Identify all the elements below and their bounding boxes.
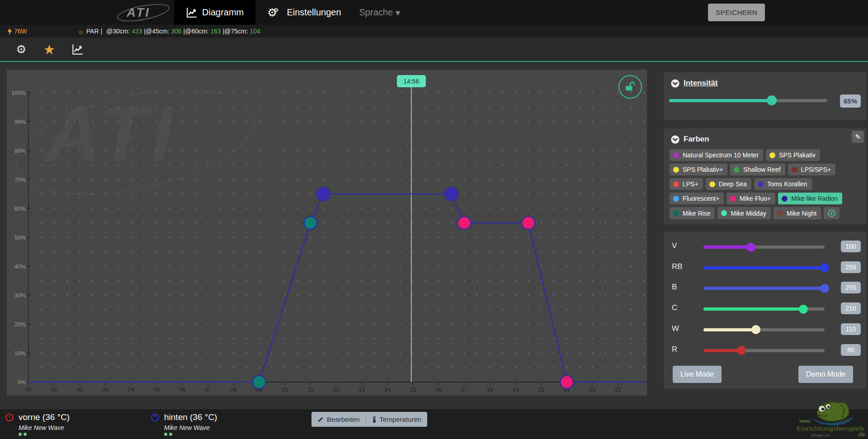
grid-dot xyxy=(489,107,491,108)
preset-mike-rise[interactable]: Mike Rise xyxy=(670,207,715,219)
grid-dot xyxy=(374,237,375,238)
chart-point[interactable] xyxy=(317,188,330,201)
grid-dot xyxy=(541,92,542,94)
chart-point[interactable] xyxy=(560,376,573,389)
grid-dot xyxy=(156,251,157,253)
channel-slider-thumb[interactable] xyxy=(751,325,760,334)
grid-dot xyxy=(489,121,491,123)
grid-dot xyxy=(579,251,580,253)
preset-label: Toms Korallen xyxy=(767,180,807,188)
grid-dot xyxy=(489,165,491,166)
tab-einstellungen[interactable]: ⚙⚙ Einstellungen xyxy=(255,0,353,25)
collapse-chevron-icon[interactable] xyxy=(671,135,679,144)
grid-dot xyxy=(194,367,196,368)
preset-sps-plakativ-[interactable]: SPS Plakativ+ xyxy=(670,164,727,175)
grid-dot xyxy=(118,208,119,209)
preset-natural-spectrum-10-meter[interactable]: Natural Spectrum 10 Meter xyxy=(670,149,763,161)
channel-slider-thumb[interactable] xyxy=(737,346,746,355)
grid-dot xyxy=(220,324,222,325)
grid-dot xyxy=(464,237,465,238)
preset-toms-korallen[interactable]: Toms Korallen xyxy=(754,178,812,190)
chart-point[interactable] xyxy=(445,188,458,201)
temperatures-button[interactable]: Temperaturen xyxy=(366,412,428,427)
save-button[interactable]: SPEICHERN xyxy=(708,4,765,21)
grid-dot xyxy=(374,222,375,224)
demo-mode-button[interactable]: Demo Mode xyxy=(798,366,853,383)
chart-point[interactable] xyxy=(304,217,317,230)
collapse-chevron-icon[interactable] xyxy=(671,79,679,88)
y-tick-label: 100% xyxy=(11,90,26,96)
grid-dot xyxy=(528,338,529,340)
grid-dot xyxy=(553,367,555,368)
grid-dot xyxy=(400,237,401,238)
preset-mike-midday[interactable]: Mike Midday xyxy=(717,207,771,219)
power-icon[interactable] xyxy=(5,412,14,422)
preset-deep-sea[interactable]: Deep Sea xyxy=(706,178,751,190)
preset-sps-plakativ[interactable]: SPS Plakativ xyxy=(766,149,820,161)
grid-dot xyxy=(541,237,542,238)
edit-presets-button[interactable]: ✎ xyxy=(852,131,864,143)
settings-gear-icon[interactable]: ⚙ xyxy=(14,42,28,56)
preset-mike-fluo-[interactable]: Mike Fluo+ xyxy=(726,193,775,204)
schedule-chart-panel[interactable]: ATI 0%10%20%30%40%50%60%70%80%90%100%000… xyxy=(7,70,647,396)
language-dropdown[interactable]: Sprache ▾ xyxy=(353,0,407,25)
grid-dot xyxy=(233,208,234,209)
channel-slider-b[interactable] xyxy=(703,283,825,293)
channel-slider-rb[interactable] xyxy=(703,262,825,273)
grid-dot xyxy=(643,280,644,282)
grid-dot xyxy=(348,266,349,267)
par-value: 104 xyxy=(250,28,260,35)
edit-button[interactable]: Bearbeiten xyxy=(311,412,366,427)
add-preset-button[interactable] xyxy=(824,207,840,219)
tab-diagramm[interactable]: Diagramm xyxy=(174,0,255,25)
grid-dot xyxy=(618,179,619,180)
chart-point[interactable] xyxy=(458,217,471,230)
channel-slider-thumb[interactable] xyxy=(820,263,829,272)
favorite-star-icon[interactable]: ★ xyxy=(42,42,56,56)
grid-dot xyxy=(387,237,388,238)
grid-dot xyxy=(618,237,619,238)
preset-mike-night[interactable]: Mike Night xyxy=(774,207,821,219)
grid-dot xyxy=(400,121,401,123)
schedule-chart[interactable]: 0%10%20%30%40%50%60%70%80%90%100%0001020… xyxy=(7,70,647,396)
x-tick-label: 06 xyxy=(179,386,185,393)
grid-dot xyxy=(79,179,80,180)
grid-dot xyxy=(502,136,504,137)
preset-fluorescent-[interactable]: Fluorescent+ xyxy=(670,193,724,204)
chart-point[interactable] xyxy=(522,217,535,230)
power-icon[interactable] xyxy=(150,412,160,422)
intensity-slider-thumb[interactable] xyxy=(767,95,777,105)
grid-dot xyxy=(194,194,196,195)
grid-dot xyxy=(41,194,42,195)
channel-slider-thumb[interactable] xyxy=(799,305,808,314)
channel-slider-thumb[interactable] xyxy=(820,284,829,293)
channel-slider-v[interactable] xyxy=(703,241,825,252)
channel-slider-c[interactable] xyxy=(703,303,825,314)
intensity-slider[interactable] xyxy=(669,95,827,106)
grid-dot xyxy=(143,237,145,238)
preset-lps-[interactable]: LPS+ xyxy=(670,178,703,190)
grid-dot xyxy=(387,150,388,151)
grid-dot xyxy=(412,107,414,108)
lock-toggle-button[interactable] xyxy=(618,75,642,99)
channel-slider-r[interactable] xyxy=(703,345,825,356)
preset-mike-like-radion[interactable]: Mike like Radion xyxy=(778,193,842,204)
grid-dot xyxy=(630,121,632,123)
channel-slider-w[interactable] xyxy=(703,324,825,335)
x-tick-label: 10 xyxy=(282,386,288,393)
grid-dot xyxy=(412,179,414,180)
grid-dot xyxy=(194,136,196,137)
grid-dot xyxy=(566,107,567,108)
channel-label: V xyxy=(672,241,677,250)
grid-dot xyxy=(220,222,222,224)
chart-view-icon[interactable] xyxy=(71,42,84,56)
grid-dot xyxy=(387,179,388,180)
grid-dot xyxy=(630,309,632,311)
preset-shallow-reef[interactable]: Shallow Reef xyxy=(730,164,785,175)
preset-lps-sps-[interactable]: LPS/SPS+ xyxy=(788,164,836,175)
channel-slider-thumb[interactable] xyxy=(746,243,755,252)
live-mode-button[interactable]: Live Mode xyxy=(673,366,722,383)
grid-dot xyxy=(438,237,439,238)
grid-dot xyxy=(259,179,260,180)
chart-point[interactable] xyxy=(253,376,266,389)
